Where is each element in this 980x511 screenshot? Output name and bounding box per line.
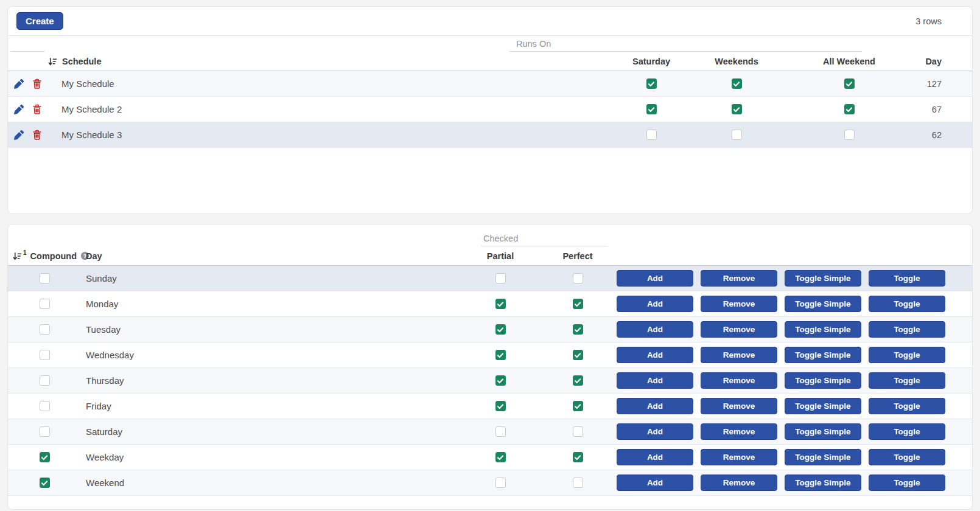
weekends-checkbox[interactable]: [732, 78, 742, 89]
saturday-checkbox[interactable]: [646, 130, 657, 140]
toggle-button[interactable]: Toggle: [869, 347, 945, 363]
all-weekend-checkbox[interactable]: [844, 78, 855, 89]
perfect-checkbox[interactable]: [573, 452, 583, 462]
compound-checkbox[interactable]: [40, 478, 50, 488]
delete-icon[interactable]: [32, 78, 42, 89]
toggle-simple-button[interactable]: Toggle Simple: [785, 270, 861, 287]
add-button[interactable]: Add: [617, 398, 693, 414]
delete-icon[interactable]: [32, 104, 42, 114]
saturday-checkbox[interactable]: [646, 104, 657, 114]
add-button[interactable]: Add: [617, 321, 693, 338]
perfect-checkbox[interactable]: [573, 273, 583, 283]
remove-button[interactable]: Remove: [701, 347, 777, 363]
edit-icon[interactable]: [14, 130, 24, 140]
weekends-checkbox[interactable]: [732, 104, 742, 114]
remove-button[interactable]: Remove: [701, 474, 777, 491]
partial-checkbox[interactable]: [495, 299, 506, 309]
edit-icon[interactable]: [14, 79, 24, 89]
schedule-row[interactable]: My Schedule 127: [8, 71, 972, 97]
compound-checkbox[interactable]: [40, 324, 50, 335]
toggle-simple-button[interactable]: Toggle Simple: [785, 372, 861, 389]
toggle-simple-button[interactable]: Toggle Simple: [785, 423, 861, 440]
day-column-header[interactable]: Day: [81, 251, 458, 261]
compound-checkbox[interactable]: [40, 273, 50, 283]
add-button[interactable]: Add: [617, 296, 693, 312]
add-button[interactable]: Add: [617, 474, 693, 491]
compound-checkbox[interactable]: [40, 452, 50, 462]
add-button[interactable]: Add: [617, 372, 693, 389]
partial-checkbox[interactable]: [495, 452, 506, 462]
all-weekend-column-header[interactable]: All Weekend: [779, 57, 919, 66]
add-button[interactable]: Add: [617, 449, 693, 465]
toggle-button[interactable]: Toggle: [869, 423, 945, 440]
schedule-column-header[interactable]: Schedule: [46, 57, 609, 66]
partial-checkbox[interactable]: [495, 426, 506, 437]
perfect-checkbox[interactable]: [573, 426, 583, 437]
remove-button[interactable]: Remove: [701, 372, 777, 389]
toggle-button[interactable]: Toggle: [869, 372, 945, 389]
perfect-checkbox[interactable]: [573, 299, 583, 309]
toggle-simple-button[interactable]: Toggle Simple: [785, 398, 861, 414]
toggle-simple-button[interactable]: Toggle Simple: [785, 474, 861, 491]
toggle-button[interactable]: Toggle: [869, 449, 945, 465]
delete-icon[interactable]: [32, 130, 42, 140]
partial-checkbox[interactable]: [495, 375, 506, 386]
day-row[interactable]: Monday AddRemoveToggle SimpleToggle: [8, 291, 972, 317]
partial-column-header[interactable]: Partial: [458, 251, 543, 261]
add-button[interactable]: Add: [617, 347, 693, 363]
partial-checkbox[interactable]: [495, 324, 506, 335]
toggle-simple-button[interactable]: Toggle Simple: [785, 449, 861, 465]
remove-button[interactable]: Remove: [701, 423, 777, 440]
partial-checkbox[interactable]: [495, 273, 506, 283]
remove-button[interactable]: Remove: [701, 449, 777, 465]
perfect-checkbox[interactable]: [573, 324, 583, 335]
perfect-checkbox[interactable]: [573, 478, 583, 488]
toggle-button[interactable]: Toggle: [869, 296, 945, 312]
toggle-simple-button[interactable]: Toggle Simple: [785, 347, 861, 363]
weekends-checkbox[interactable]: [732, 130, 742, 140]
compound-column-header[interactable]: 1 Compound ?: [8, 251, 81, 261]
toggle-button[interactable]: Toggle: [869, 270, 945, 287]
day-row[interactable]: Sunday AddRemoveToggle SimpleToggle: [8, 266, 972, 291]
saturday-column-header[interactable]: Saturday: [609, 57, 694, 66]
day-row[interactable]: Weekend AddRemoveToggle SimpleToggle: [8, 470, 972, 496]
compound-checkbox[interactable]: [40, 401, 50, 411]
weekends-column-header[interactable]: Weekends: [694, 57, 779, 66]
edit-icon[interactable]: [14, 105, 24, 114]
day-row[interactable]: Tuesday AddRemoveToggle SimpleToggle: [8, 317, 972, 342]
toggle-button[interactable]: Toggle: [869, 321, 945, 338]
day-row[interactable]: Weekday AddRemoveToggle SimpleToggle: [8, 445, 972, 470]
saturday-checkbox[interactable]: [646, 78, 657, 89]
day-row[interactable]: Saturday AddRemoveToggle SimpleToggle: [8, 419, 972, 445]
toggle-simple-button[interactable]: Toggle Simple: [785, 321, 861, 338]
toggle-button[interactable]: Toggle: [869, 398, 945, 414]
day-row[interactable]: Wednesday AddRemoveToggle SimpleToggle: [8, 342, 972, 368]
add-button[interactable]: Add: [617, 270, 693, 287]
partial-checkbox[interactable]: [495, 478, 506, 488]
compound-checkbox[interactable]: [40, 350, 50, 360]
compound-checkbox[interactable]: [40, 299, 50, 309]
perfect-checkbox[interactable]: [573, 401, 583, 411]
add-button[interactable]: Add: [617, 423, 693, 440]
schedule-row[interactable]: My Schedule 3 62: [8, 122, 972, 148]
create-button[interactable]: Create: [16, 12, 63, 30]
perfect-checkbox[interactable]: [573, 375, 583, 386]
day-column-header[interactable]: Day: [919, 57, 972, 66]
day-row[interactable]: Thursday AddRemoveToggle SimpleToggle: [8, 368, 972, 394]
toggle-simple-button[interactable]: Toggle Simple: [785, 296, 861, 312]
all-weekend-checkbox[interactable]: [844, 104, 855, 114]
compound-checkbox[interactable]: [40, 426, 50, 437]
perfect-column-header[interactable]: Perfect: [543, 251, 612, 261]
all-weekend-checkbox[interactable]: [844, 130, 855, 140]
remove-button[interactable]: Remove: [701, 296, 777, 312]
remove-button[interactable]: Remove: [701, 321, 777, 338]
perfect-checkbox[interactable]: [573, 350, 583, 360]
day-row[interactable]: Friday AddRemoveToggle SimpleToggle: [8, 394, 972, 419]
remove-button[interactable]: Remove: [701, 398, 777, 414]
remove-button[interactable]: Remove: [701, 270, 777, 287]
partial-checkbox[interactable]: [495, 350, 506, 360]
schedule-row[interactable]: My Schedule 2 67: [8, 97, 972, 122]
toggle-button[interactable]: Toggle: [869, 474, 945, 491]
compound-checkbox[interactable]: [40, 375, 50, 386]
partial-checkbox[interactable]: [495, 401, 506, 411]
